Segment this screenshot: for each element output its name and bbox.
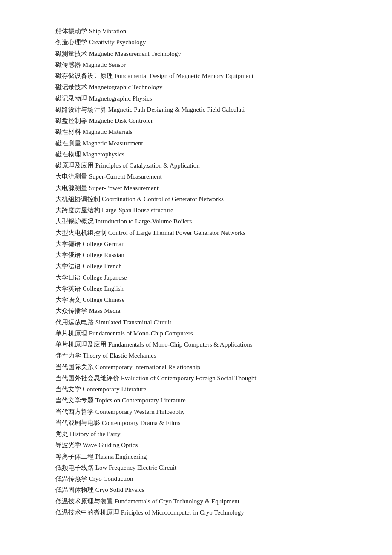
course-en: College Japanese [83, 274, 127, 281]
course-en: Super-Power Measurement [89, 185, 159, 191]
course-cn: 大机组协调控制 [55, 196, 100, 202]
course-en: Low Frequency Electric Circuit [95, 464, 176, 471]
course-en: Contemporary Drama & Films [102, 419, 181, 426]
course-cn: 磁性测量 [55, 140, 81, 147]
list-item: 当代国外社会思维评价 Evaluation of Contemporary Fo… [55, 373, 337, 384]
course-en: Theory of Elastic Mechanics [83, 352, 156, 359]
course-en: Introduction to Large-Volume Boilers [95, 218, 192, 225]
course-en: Topics on Contemporary Literature [95, 397, 186, 404]
course-en: Contemporary Western Philosophy [95, 408, 185, 415]
list-item: 低温传热学 Cryo Conduction [55, 473, 337, 484]
course-cn: 磁盘控制器 [55, 117, 87, 124]
course-en: Magnetic Measurement Technology [89, 50, 181, 57]
course-cn: 磁测量技术 [55, 50, 87, 57]
list-item: 磁性材料 Magnetic Materials [55, 126, 337, 137]
list-item: 大电流测量 Super-Current Measurement [55, 171, 337, 182]
list-item: 大学法语 College French [55, 260, 337, 272]
course-cn: 低频电子线路 [55, 464, 94, 471]
list-item: 低温技术中的微机原理 Priciples of Microcomputer in… [55, 507, 337, 518]
list-item: 大机组协调控制 Coordination & Control of Genera… [55, 194, 337, 205]
course-cn: 当代文学专题 [55, 397, 94, 404]
list-item: 低温技术原理与装置 Fundamentals of Cryo Technolog… [55, 496, 337, 507]
course-en: Fundamentals of Cryo Technology & Equipm… [115, 498, 239, 505]
course-cn: 当代国外社会思维评价 [55, 375, 119, 382]
course-cn: 大学英语 [55, 285, 81, 292]
course-cn: 磁记录物理 [55, 95, 87, 102]
course-cn: 磁性材料 [55, 128, 81, 135]
list-item: 当代戏剧与电影 Contemporary Drama & Films [55, 417, 337, 428]
course-en: Magnetographic Technology [89, 84, 162, 90]
list-item: 船体振动学 Ship Vibration [55, 26, 337, 37]
course-en: Magnetographic Physics [89, 95, 152, 102]
list-item: 低频电子线路 Low Frequency Electric Circuit [55, 462, 337, 473]
course-cn: 大电源测量 [55, 185, 87, 191]
course-cn: 当代西方哲学 [55, 408, 94, 415]
course-cn: 低温传热学 [55, 475, 87, 482]
course-cn: 低温固体物理 [55, 486, 94, 493]
list-item: 磁盘控制器 Magnetic Disk Controler [55, 115, 337, 126]
course-cn: 大学日语 [55, 274, 81, 281]
course-cn: 当代文学 [55, 386, 81, 393]
course-cn: 大众传播学 [55, 307, 87, 314]
list-item: 单片机原理及应用 Fundamentals of Mono-Chip Compu… [55, 339, 337, 350]
course-cn: 大学语文 [55, 296, 81, 303]
course-en: Mass Media [89, 307, 121, 314]
course-en: Cryo Solid Physics [95, 486, 144, 493]
course-en: Contemporary Literature [83, 386, 147, 393]
list-item: 大跨度房屋结构 Large-Span House structure [55, 205, 337, 216]
course-en: Magnetic Measurement [83, 140, 143, 147]
list-item: 导波光学 Wave Guiding Optics [55, 439, 337, 451]
course-cn: 磁存储设备设计原理 [55, 72, 113, 79]
course-en: Fundamental Design of Magnetic Memory Eq… [115, 72, 254, 79]
list-item: 大众传播学 Mass Media [55, 305, 337, 316]
list-item: 当代国际关系 Contemporary International Relati… [55, 361, 337, 373]
course-cn: 等离子体工程 [55, 453, 94, 460]
course-cn: 党史 [55, 431, 68, 437]
course-en: Magnetic Path Designing & Magnetic Field… [108, 106, 245, 113]
course-en: Contemporary International Relationship [95, 364, 201, 370]
course-cn: 低温技术原理与装置 [55, 498, 113, 505]
course-en: College English [83, 285, 124, 292]
course-cn: 磁路设计与场计算 [55, 106, 107, 113]
list-item: 低温固体物理 Cryo Solid Physics [55, 484, 337, 495]
course-cn: 单片机原理及应用 [55, 341, 107, 348]
list-item: 大电源测量 Super-Power Measurement [55, 182, 337, 194]
course-cn: 大跨度房屋结构 [55, 207, 100, 214]
list-item: 磁性物理 Magnetophysics [55, 149, 337, 160]
course-en: Large-Span House structure [102, 207, 173, 214]
course-cn: 单片机原理 [55, 330, 87, 337]
course-cn: 大型火电机组控制 [55, 229, 107, 236]
course-en: Magnetic Sensor [83, 61, 126, 68]
list-item: 当代文学专题 Topics on Contemporary Literature [55, 395, 337, 406]
list-item: 大型火电机组控制 Control of Large Thermal Power … [55, 227, 337, 238]
course-en: Ship Vibration [89, 28, 127, 35]
course-cn: 磁性物理 [55, 151, 81, 158]
list-item: 党史 History of the Party [55, 428, 337, 439]
list-item: 大学英语 College English [55, 283, 337, 294]
course-cn: 大学德语 [55, 240, 81, 247]
list-item: 磁原理及应用 Principles of Catalyzation & Appl… [55, 160, 337, 171]
list-item: 磁记录技术 Magnetographic Technology [55, 81, 337, 92]
course-en: Priciples of Microcomputer in Cryo Techn… [121, 509, 244, 516]
course-en: History of the Party [70, 431, 121, 437]
list-item: 弹性力学 Theory of Elastic Mechanics [55, 350, 337, 361]
course-en: Super-Current Measurement [89, 173, 162, 180]
list-item: 磁测量技术 Magnetic Measurement Technology [55, 48, 337, 59]
course-en: College Russian [83, 251, 124, 258]
list-item: 磁路设计与场计算 Magnetic Path Designing & Magne… [55, 104, 337, 115]
list-item: 磁传感器 Magnetic Sensor [55, 59, 337, 70]
list-item: 当代西方哲学 Contemporary Western Philosophy [55, 406, 337, 417]
course-en: College German [83, 240, 125, 247]
course-en: Cryo Conduction [89, 475, 133, 482]
course-en: Evaluation of Contemporary Foreign Socia… [121, 375, 257, 382]
course-cn: 当代国际关系 [55, 364, 94, 370]
course-cn: 创造心理学 [55, 39, 87, 46]
list-item: 大学德语 College German [55, 238, 337, 249]
course-en: Creativity Psychology [89, 39, 146, 46]
list-item: 大型锅炉概况 Introduction to Large-Volume Boil… [55, 216, 337, 227]
course-en: Magnetic Disk Controler [89, 117, 153, 124]
course-cn: 代用运放电路 [55, 319, 94, 326]
course-cn: 大电流测量 [55, 173, 87, 180]
course-cn: 大学法语 [55, 263, 81, 269]
course-en: College French [83, 263, 122, 269]
